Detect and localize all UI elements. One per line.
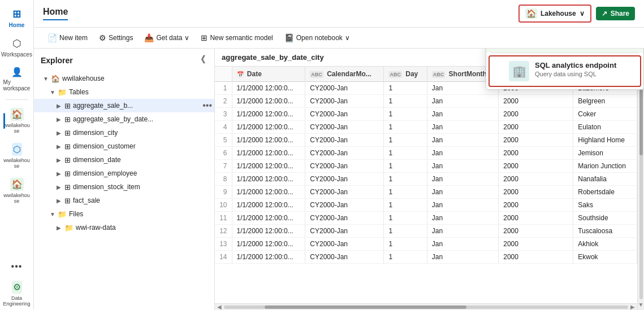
get-data-label: Get data (156, 34, 182, 42)
get-data-button[interactable]: 📥 Get data ∨ (140, 31, 194, 45)
v-scroll-thumb (639, 89, 643, 155)
nav-workspaces[interactable]: ⬡ Workspaces (2, 34, 32, 61)
cell-r8-c6: Robertsdale (573, 186, 637, 199)
table-dimension-city[interactable]: ▶ ⊞ dimension_city (34, 126, 214, 139)
files-folder[interactable]: ▼ 📁 Files (34, 207, 214, 221)
file-wwi-raw-data[interactable]: ▶ 📁 wwi-raw-data (34, 221, 214, 234)
table-body: 11/1/2000 12:00:0...CY2000-Jan1Jan2000Ba… (215, 82, 637, 264)
cell-r1-c6: Belgreen (573, 95, 637, 108)
nav-wwilakehouse-3[interactable]: 🏠 wwilakehou se (2, 174, 32, 207)
share-button[interactable]: ↗ Share (596, 7, 635, 20)
cell-r13-c3: 1 (384, 251, 427, 264)
cell-r4-c2: CY2000-Jan (305, 134, 384, 147)
active-indicator (3, 113, 5, 129)
cell-r11-c6: Tuscaloosa (573, 225, 637, 238)
nav-data-eng-label: Data Engineering (3, 295, 30, 307)
table-row: 51/1/2000 12:00:0...CY2000-Jan1Jan2000Hi… (215, 134, 637, 147)
file-name-0: wwi-raw-data (76, 224, 212, 232)
settings-button[interactable]: ⚙ Settings (94, 31, 137, 45)
cell-r13-c4: Jan (427, 251, 499, 264)
cell-r6-c4: Jan (427, 160, 499, 173)
table-container[interactable]: 📅 Date ABC CalendarMo... ABC (215, 67, 637, 303)
table-dimension-employee[interactable]: ▶ ⊞ dimension_employee (34, 167, 214, 180)
dropdown-lakehouse-item[interactable]: ✓ 🏠 Lakehouse Explore your data files an… (486, 49, 643, 53)
cell-r2-c4: Jan (427, 108, 499, 121)
col-header-date: 📅 Date (232, 67, 305, 82)
table-row: 111/1/2000 12:00:0...CY2000-Jan1Jan2000S… (215, 212, 637, 225)
table-fact-sale[interactable]: ▶ ⊞ fact_sale (34, 194, 214, 207)
vertical-scrollbar[interactable]: ▲ ▼ (637, 67, 644, 310)
cell-r12-c1: 1/1/2000 12:00:0... (232, 238, 305, 251)
cell-r0-c1: 1/1/2000 12:00:0... (232, 82, 305, 95)
scroll-left-arrow[interactable]: ◀ (217, 304, 222, 310)
table-chevron-5: ▶ (57, 171, 63, 177)
lakehouse-button[interactable]: 🏠 Lakehouse ∨ (518, 5, 591, 23)
cell-r13-c6: Ekwok (573, 251, 637, 264)
cell-r10-c2: CY2000-Jan (305, 212, 384, 225)
calmo-col-icon: ABC (310, 71, 323, 78)
workspace-root[interactable]: ▼ 🏠 wwilakehouse (34, 72, 214, 85)
nav-my-workspace[interactable]: 👤 My workspace (2, 63, 32, 95)
explorer-header: Explorer 《 (34, 49, 214, 72)
table-dimension-date[interactable]: ▶ ⊞ dimension_date (34, 153, 214, 167)
cell-r11-c5: 2000 (499, 225, 573, 238)
table-dimension-stock-item[interactable]: ▶ ⊞ dimension_stock_item (34, 180, 214, 194)
cell-r1-c2: CY2000-Jan (305, 95, 384, 108)
explorer-panel: Explorer 《 ▼ 🏠 wwilakehouse ▼ 📁 Tables (34, 49, 215, 310)
table-chevron-3: ▶ (57, 143, 63, 150)
table-actions-0[interactable]: ••• (202, 101, 212, 111)
nav-home[interactable]: ⊞ Home (2, 5, 32, 32)
table-aggregate-sale-by-date[interactable]: ▶ ⊞ aggregate_sale_by_date... (34, 112, 214, 126)
nav-wwilakehouse-1[interactable]: 🏠 wwilakehou se (2, 104, 32, 137)
new-semantic-model-button[interactable]: ⊞ New semantic model (196, 31, 277, 45)
cell-r12-c5: 2000 (499, 238, 573, 251)
settings-icon: ⚙ (99, 33, 106, 42)
nav-more[interactable]: ••• (2, 258, 32, 275)
row-num-cell: 1 (215, 82, 232, 95)
shortmonth-col-icon: ABC (432, 71, 446, 78)
cell-r6-c3: 1 (384, 160, 427, 173)
cell-r7-c5: 2000 (499, 173, 573, 186)
row-num-cell: 4 (215, 121, 232, 134)
new-item-button[interactable]: 📄 New item (43, 31, 92, 45)
dropdown-sql-item[interactable]: 🏢 SQL analytics endpoint Query data usin… (490, 56, 640, 86)
row-num-cell: 9 (215, 186, 232, 199)
cell-r10-c5: 2000 (499, 212, 573, 225)
cell-r12-c6: Akhiok (573, 238, 637, 251)
cell-r7-c2: CY2000-Jan (305, 173, 384, 186)
nav-data-engineering[interactable]: ⚙ Data Engineering (2, 277, 32, 310)
notebook-icon: 📓 (284, 33, 294, 42)
sql-dropdown-icon: 🏢 (509, 61, 529, 81)
table-aggregate-sale-b[interactable]: ▶ ⊞ aggregate_sale_b... ••• (34, 99, 214, 112)
nav-wwilakehouse-2[interactable]: ⬡ wwilakehou se (2, 139, 32, 172)
scroll-down-arrow[interactable]: ▼ (638, 302, 644, 308)
cell-r7-c6: Nanafalia (573, 173, 637, 186)
tables-folder[interactable]: ▼ 📁 Tables (34, 85, 214, 99)
nav-my-workspace-label: My workspace (3, 79, 31, 91)
open-notebook-button[interactable]: 📓 Open notebook ∨ (280, 31, 355, 45)
v-scroll-track[interactable] (639, 77, 643, 299)
row-num-cell: 6 (215, 147, 232, 160)
nav-home-label: Home (9, 22, 25, 28)
cell-r7-c1: 1/1/2000 12:00:0... (232, 173, 305, 186)
cell-r0-c3: 1 (384, 82, 427, 95)
sql-item-text: SQL analytics endpoint Query data using … (535, 61, 616, 77)
table-name-6: dimension_stock_item (73, 183, 212, 191)
table-name-4: dimension_date (73, 156, 212, 164)
horizontal-scrollbar[interactable]: ◀ ▶ (215, 303, 637, 310)
scroll-right-arrow[interactable]: ▶ (630, 304, 635, 310)
cell-r3-c3: 1 (384, 121, 427, 134)
table-name-2: dimension_city (73, 129, 212, 137)
table-row: 21/1/2000 12:00:0...CY2000-Jan1Jan2000Be… (215, 95, 637, 108)
data-eng-icon: ⚙ (12, 281, 22, 294)
cell-r8-c2: CY2000-Jan (305, 186, 384, 199)
workspace-label: wwilakehouse (62, 75, 212, 82)
data-area: ✓ 🏠 Lakehouse Explore your data files an… (215, 49, 644, 310)
cell-r4-c4: Jan (427, 134, 499, 147)
cell-r11-c1: 1/1/2000 12:00:0... (232, 225, 305, 238)
table-dimension-customer[interactable]: ▶ ⊞ dimension_customer (34, 139, 214, 153)
table-icon-5: ⊞ (64, 169, 71, 178)
h-scroll-track[interactable] (224, 305, 628, 309)
left-navigation: ⊞ Home ⬡ Workspaces 👤 My workspace 🏠 wwi… (0, 0, 34, 310)
collapse-explorer-button[interactable]: 《 (194, 53, 208, 67)
